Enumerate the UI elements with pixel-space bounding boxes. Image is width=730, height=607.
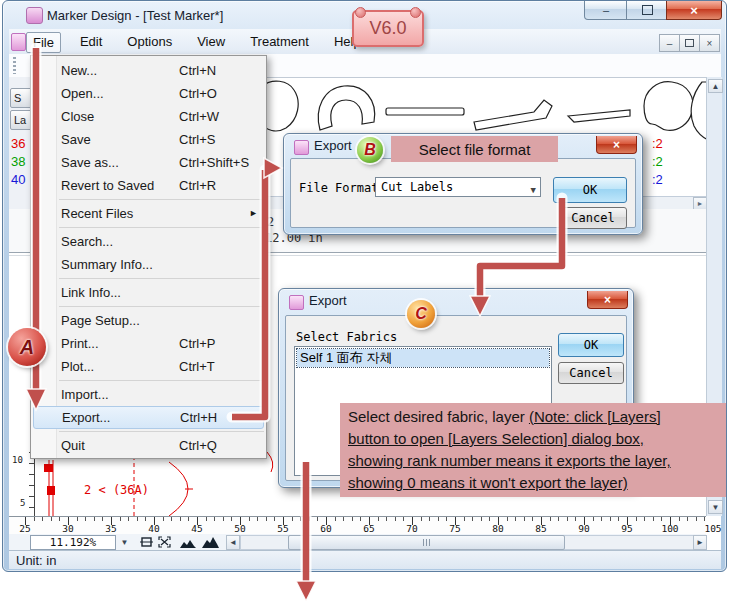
- menu-item-open[interactable]: Open...Ctrl+O: [31, 82, 266, 105]
- window-title: Marker Design - [Test Marker*]: [47, 8, 223, 23]
- version-badge: V6.0: [352, 10, 424, 47]
- select-fabrics-label: Select Fabrics: [296, 330, 397, 344]
- menu-item-link-info[interactable]: Link Info...: [31, 281, 266, 304]
- export-format-dialog: Export × Select file format File Format:…: [283, 133, 643, 235]
- scroll-right-button[interactable]: ►: [693, 535, 707, 550]
- menu-edit[interactable]: Edit: [74, 32, 108, 53]
- menu-separator: [59, 306, 264, 307]
- export-dialog-icon: [294, 140, 309, 155]
- mdi-minimize-button[interactable]: –: [659, 34, 680, 52]
- minimize-button[interactable]: –: [584, 1, 628, 20]
- menu-item-summary-info[interactable]: Summary Info...: [31, 253, 266, 276]
- cancel-button[interactable]: Cancel: [559, 207, 627, 229]
- menu-separator: [59, 227, 264, 228]
- scroll-down-icon: ▼: [712, 503, 720, 512]
- marker-drawing: [35, 450, 275, 516]
- ribbon-curl: [410, 7, 421, 18]
- file-format-dropdown[interactable]: Cut Labels ▼: [375, 177, 541, 197]
- chevron-down-icon: ▼: [531, 181, 536, 199]
- scroll-up-button[interactable]: ▲: [708, 79, 723, 93]
- menu-item-quit[interactable]: QuitCtrl+Q: [31, 434, 266, 457]
- mdi-close-button[interactable]: ×: [699, 34, 720, 52]
- menu-separator: [59, 199, 264, 200]
- menu-separator: [59, 278, 264, 279]
- horizontal-ruler: 25 30 35 40 45 50 55 60 65 70 75 80 85 9…: [9, 516, 706, 536]
- scroll-left-icon: ◄: [229, 538, 237, 547]
- menu-item-close[interactable]: CloseCtrl+W: [31, 105, 266, 128]
- menu-item-page-setup[interactable]: Page Setup...: [31, 309, 266, 332]
- scroll-up-icon: ▲: [712, 82, 720, 91]
- toolbar-grip[interactable]: [13, 57, 16, 74]
- menu-item-search[interactable]: Search...: [31, 230, 266, 253]
- mdi-restore-button[interactable]: [679, 34, 700, 52]
- menu-item-import[interactable]: Import...: [31, 383, 266, 406]
- step-badge-c: C: [407, 300, 435, 328]
- zoom-in-mountain-icon[interactable]: [202, 536, 219, 548]
- scroll-right-icon: ►: [696, 538, 704, 547]
- menu-item-plot[interactable]: Plot...Ctrl+T: [31, 355, 266, 378]
- menu-item-recent-files[interactable]: Recent Files►: [31, 202, 266, 225]
- maximize-button[interactable]: [626, 1, 668, 20]
- horizontal-scrollbar-thumb[interactable]: [288, 535, 565, 550]
- menu-item-save[interactable]: SaveCtrl+S: [31, 128, 266, 151]
- menu-item-export[interactable]: Export...Ctrl+H: [33, 406, 264, 429]
- menu-view[interactable]: View: [191, 32, 231, 53]
- scroll-left-button[interactable]: ◄: [226, 535, 240, 550]
- annotation-note: Select desired fabric, layer (Note: clic…: [340, 403, 726, 497]
- ribbon-curl: [355, 7, 366, 18]
- dialog-close-button[interactable]: ×: [587, 291, 628, 309]
- close-icon: ×: [613, 138, 620, 152]
- ok-button[interactable]: OK: [553, 177, 627, 203]
- document-icon[interactable]: [11, 33, 26, 51]
- crop-frame-icon[interactable]: [140, 536, 153, 548]
- fabric-list-item[interactable]: Self 1 面布 자체: [297, 349, 549, 367]
- zoom-dropdown-button[interactable]: ▼: [118, 536, 131, 548]
- stage: Marker Design - [Test Marker*] – × File …: [0, 0, 730, 607]
- menu-item-new[interactable]: New...Ctrl+N: [31, 59, 266, 82]
- ok-button[interactable]: OK: [558, 333, 624, 357]
- menu-separator: [59, 380, 264, 381]
- menu-item-print[interactable]: Print...Ctrl+P: [31, 332, 266, 355]
- menu-item-save-as[interactable]: Save as...Ctrl+Shift+S: [31, 151, 266, 174]
- step-badge-a: A: [8, 328, 46, 366]
- dialog-close-button[interactable]: ×: [596, 136, 637, 154]
- zoom-out-mountain-icon[interactable]: [180, 538, 196, 548]
- menu-separator: [59, 431, 264, 432]
- cancel-button[interactable]: Cancel: [558, 362, 624, 384]
- dialog-title: Export: [314, 138, 352, 153]
- file-menu: New...Ctrl+N Open...Ctrl+O CloseCtrl+W S…: [30, 55, 267, 459]
- file-format-label: File Format:: [299, 181, 386, 195]
- size-qty-38: :2: [652, 154, 678, 169]
- unit-status: Unit: in: [16, 553, 56, 568]
- restore-icon: [685, 39, 694, 47]
- step-badge-b: B: [357, 137, 383, 163]
- export-dialog-icon: [289, 295, 304, 310]
- status-bar: Unit: in: [9, 550, 721, 569]
- piece-size-label: 2 < (36A): [84, 483, 149, 497]
- chevron-down-icon: ▼: [121, 538, 129, 547]
- close-icon: ×: [690, 3, 698, 18]
- vertical-ruler: 10 5: [9, 452, 35, 516]
- mdi-close-icon: ×: [707, 38, 713, 49]
- app-icon: [26, 7, 43, 24]
- menu-treatment[interactable]: Treatment: [244, 32, 315, 53]
- scroll-down-button[interactable]: ▼: [708, 500, 723, 514]
- annotation-select-file-format: Select file format: [391, 136, 558, 162]
- zoom-input[interactable]: 11.192%: [30, 535, 116, 550]
- size-qty-40: :2: [652, 172, 678, 187]
- menu-item-revert[interactable]: Revert to SavedCtrl+R: [31, 174, 266, 197]
- fit-view-icon[interactable]: [158, 536, 171, 548]
- menu-options[interactable]: Options: [121, 32, 178, 53]
- menu-file[interactable]: File: [26, 32, 61, 53]
- close-icon: ×: [604, 293, 611, 307]
- dialog-title: Export: [309, 293, 347, 308]
- submenu-arrow-icon: ►: [249, 202, 258, 225]
- maximize-icon: [642, 5, 653, 15]
- close-button[interactable]: ×: [666, 1, 722, 20]
